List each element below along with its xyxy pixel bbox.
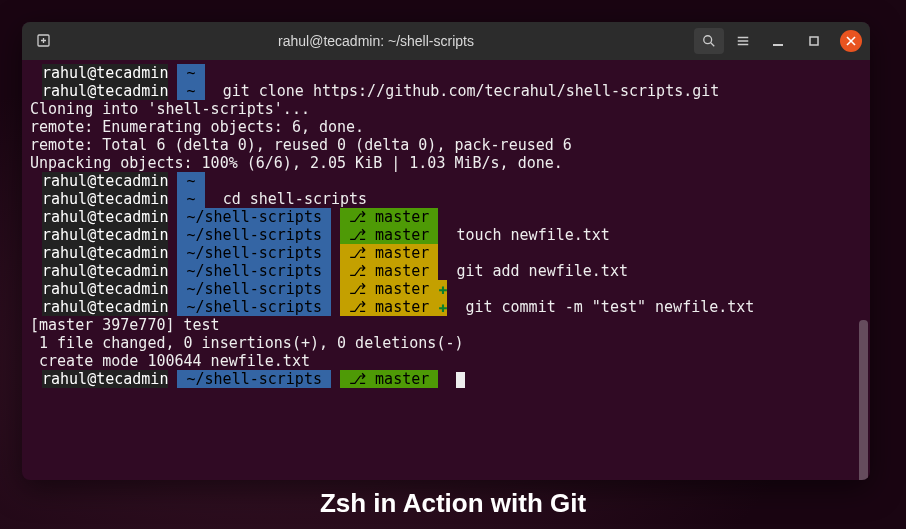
image-caption: Zsh in Action with Git bbox=[0, 488, 906, 519]
prompt-line: rahul@tecadmin ~/shell-scripts ⎇ master … bbox=[30, 280, 862, 298]
minimize-button[interactable] bbox=[765, 28, 791, 54]
output-line: Cloning into 'shell-scripts'... bbox=[30, 100, 862, 118]
search-button[interactable] bbox=[694, 28, 724, 54]
scrollbar-thumb[interactable] bbox=[859, 320, 868, 480]
command-text: git commit -m "test" newfile.txt bbox=[465, 298, 754, 316]
prompt-path: ~/shell-scripts bbox=[177, 280, 331, 298]
output-line: create mode 100644 newfile.txt bbox=[30, 352, 862, 370]
output-line: Unpacking objects: 100% (6/6), 2.05 KiB … bbox=[30, 154, 862, 172]
command-text: cd shell-scripts bbox=[223, 190, 368, 208]
output-line: [master 397e770] test bbox=[30, 316, 862, 334]
prompt-line: rahul@tecadmin ~/shell-scripts ⎇ master bbox=[30, 244, 862, 262]
output-line: remote: Enumerating objects: 6, done. bbox=[30, 118, 862, 136]
prompt-path: ~/shell-scripts bbox=[177, 226, 331, 244]
prompt-user: rahul@tecadmin bbox=[42, 244, 168, 262]
prompt-line: rahul@tecadmin ~ cd shell-scripts bbox=[30, 190, 862, 208]
prompt-path: ~/shell-scripts bbox=[177, 298, 331, 316]
plus-icon: ✚ bbox=[438, 280, 447, 298]
prompt-user: rahul@tecadmin bbox=[42, 64, 168, 82]
prompt-line: rahul@tecadmin ~/shell-scripts ⎇ master … bbox=[30, 262, 862, 280]
svg-rect-9 bbox=[810, 37, 818, 45]
prompt-line: rahul@tecadmin ~ git clone https://githu… bbox=[30, 82, 862, 100]
prompt-path: ~ bbox=[177, 64, 204, 82]
terminal-window: rahul@tecadmin: ~/shell-scripts rahul@te… bbox=[22, 22, 870, 480]
svg-point-3 bbox=[704, 36, 712, 44]
prompt-branch: ⎇ master bbox=[340, 208, 438, 226]
prompt-path: ~/shell-scripts bbox=[177, 262, 331, 280]
prompt-line: rahul@tecadmin ~ bbox=[30, 64, 862, 82]
prompt-line: rahul@tecadmin ~ bbox=[30, 172, 862, 190]
svg-line-4 bbox=[711, 43, 715, 47]
prompt-branch-dirty: ⎇ master bbox=[340, 244, 438, 262]
new-tab-button[interactable] bbox=[30, 27, 58, 55]
command-text: git clone https://github.com/tecrahul/sh… bbox=[223, 82, 720, 100]
prompt-path: ~/shell-scripts bbox=[177, 244, 331, 262]
prompt-line: rahul@tecadmin ~/shell-scripts ⎇ master … bbox=[30, 226, 862, 244]
prompt-path: ~/shell-scripts bbox=[177, 370, 331, 388]
prompt-user: rahul@tecadmin bbox=[42, 172, 168, 190]
plus-icon: ✚ bbox=[438, 298, 447, 316]
prompt-user: rahul@tecadmin bbox=[42, 82, 168, 100]
prompt-branch-staged: ⎇ master ✚ bbox=[340, 298, 447, 316]
maximize-icon bbox=[808, 35, 820, 47]
close-button[interactable] bbox=[840, 30, 862, 52]
output-line: remote: Total 6 (delta 0), reused 0 (del… bbox=[30, 136, 862, 154]
menu-button[interactable] bbox=[728, 28, 758, 54]
maximize-button[interactable] bbox=[801, 28, 827, 54]
window-title: rahul@tecadmin: ~/shell-scripts bbox=[64, 33, 688, 49]
prompt-user: rahul@tecadmin bbox=[42, 370, 168, 388]
output-line: 1 file changed, 0 insertions(+), 0 delet… bbox=[30, 334, 862, 352]
terminal-output[interactable]: rahul@tecadmin ~ rahul@tecadmin ~ git cl… bbox=[22, 60, 870, 480]
close-icon bbox=[846, 36, 856, 46]
prompt-line-active: rahul@tecadmin ~/shell-scripts ⎇ master bbox=[30, 370, 862, 388]
new-tab-icon bbox=[36, 33, 52, 49]
prompt-user: rahul@tecadmin bbox=[42, 262, 168, 280]
command-text: touch newfile.txt bbox=[456, 226, 610, 244]
minimize-icon bbox=[772, 35, 784, 47]
command-text: git add newfile.txt bbox=[456, 262, 628, 280]
prompt-user: rahul@tecadmin bbox=[42, 190, 168, 208]
prompt-path: ~ bbox=[177, 82, 204, 100]
prompt-user: rahul@tecadmin bbox=[42, 208, 168, 226]
prompt-user: rahul@tecadmin bbox=[42, 298, 168, 316]
prompt-branch: ⎇ master bbox=[340, 226, 438, 244]
prompt-user: rahul@tecadmin bbox=[42, 226, 168, 244]
cursor bbox=[456, 372, 465, 388]
prompt-line: rahul@tecadmin ~/shell-scripts ⎇ master … bbox=[30, 298, 862, 316]
prompt-branch-dirty: ⎇ master bbox=[340, 262, 438, 280]
hamburger-icon bbox=[736, 34, 750, 48]
prompt-path: ~/shell-scripts bbox=[177, 208, 331, 226]
search-icon bbox=[702, 34, 716, 48]
prompt-user: rahul@tecadmin bbox=[42, 280, 168, 298]
prompt-line: rahul@tecadmin ~/shell-scripts ⎇ master bbox=[30, 208, 862, 226]
prompt-path: ~ bbox=[177, 172, 204, 190]
prompt-path: ~ bbox=[177, 190, 204, 208]
titlebar: rahul@tecadmin: ~/shell-scripts bbox=[22, 22, 870, 60]
prompt-branch-staged: ⎇ master ✚ bbox=[340, 280, 447, 298]
prompt-branch: ⎇ master bbox=[340, 370, 438, 388]
